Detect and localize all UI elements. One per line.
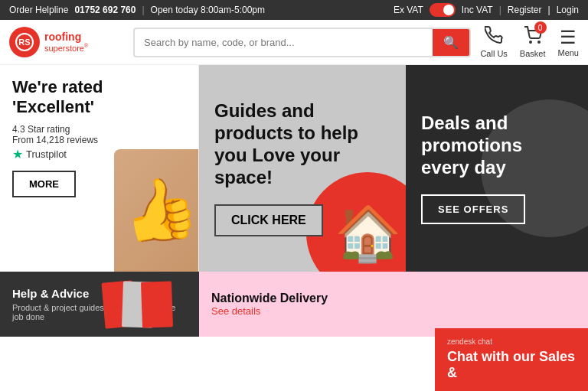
svg-point-3 — [538, 41, 540, 43]
trustpilot-star-icon: ★ — [12, 147, 23, 161]
basket-icon: 0 — [524, 26, 542, 49]
guides-heading: Guides and products to help you Love you… — [214, 100, 390, 188]
menu-icon: ☰ — [560, 27, 577, 48]
menu-action[interactable]: ☰ Menu — [557, 27, 579, 57]
excellent-heading: We're rated 'Excellent' — [12, 77, 186, 118]
ex-vat-label: Ex VAT — [394, 5, 423, 15]
basket-action[interactable]: 0 Basket — [520, 26, 546, 58]
logo-icon: RS — [9, 27, 40, 57]
click-here-button[interactable]: CLICK HERE — [214, 204, 323, 236]
chat-text: Chat with our Sales & — [447, 349, 576, 382]
logo-bottom: superstore® — [44, 43, 88, 53]
call-us-action[interactable]: Call Us — [480, 26, 507, 58]
thumbs-image: 👍 — [114, 149, 199, 272]
chat-label: zendesk chat — [447, 337, 576, 346]
logo-top: roofing — [44, 31, 88, 43]
hero-section: We're rated 'Excellent' 4.3 Star rating … — [0, 65, 588, 272]
chat-widget[interactable]: zendesk chat Chat with our Sales & — [435, 328, 588, 391]
panel-guides: Guides and products to help you Love you… — [199, 65, 406, 272]
login-link[interactable]: Login — [557, 5, 579, 15]
hours: Open today 8:00am-5:00pm — [151, 5, 265, 15]
panel-deals: Deals and promotions every day SEE OFFER… — [406, 65, 588, 272]
header-actions: Call Us 0 Basket ☰ Menu — [480, 26, 579, 58]
divider1: | — [142, 5, 144, 15]
logo-text: roofing superstore® — [44, 31, 88, 53]
search-button[interactable]: 🔍 — [433, 29, 469, 56]
basket-count: 0 — [534, 21, 547, 34]
nationwide-title: Nationwide Delivery — [211, 292, 576, 305]
house-icon: 🏠 — [335, 202, 401, 265]
header: RS roofing superstore® 🔍 Call Us — [0, 20, 588, 65]
logo[interactable]: RS roofing superstore® — [9, 27, 124, 57]
search-bar[interactable]: 🔍 — [133, 28, 471, 57]
top-bar: Order Helpline 01752 692 760 | Open toda… — [0, 0, 588, 20]
svg-point-2 — [530, 41, 531, 43]
search-input[interactable] — [135, 31, 433, 54]
thumbs-up-icon: 👍 — [116, 168, 199, 253]
inc-vat-label: Inc VAT — [462, 5, 493, 15]
divider2: | — [499, 5, 501, 15]
top-bar-right: Ex VAT Inc VAT | Register | Login — [394, 3, 579, 17]
deals-heading: Deals and promotions every day — [421, 112, 573, 178]
nationwide-panel: Nationwide Delivery See details — [199, 272, 588, 337]
toggle-switch[interactable] — [430, 3, 456, 17]
book3 — [141, 281, 173, 327]
see-offers-button[interactable]: SEE OFFERS — [421, 194, 525, 224]
reviews-text: From 14,218 reviews — [12, 135, 98, 145]
search-icon: 🔍 — [443, 36, 459, 49]
panel-excellent: We're rated 'Excellent' 4.3 Star rating … — [0, 65, 199, 272]
star-rating: 4.3 Star rating From 14,218 reviews — [12, 124, 186, 145]
svg-text:RS: RS — [18, 37, 30, 47]
call-us-label: Call Us — [480, 49, 507, 58]
rating-text: 4.3 Star rating — [12, 124, 70, 135]
nationwide-link[interactable]: See details — [211, 305, 576, 317]
books-image — [115, 272, 199, 337]
register-link[interactable]: Register — [508, 5, 542, 15]
more-button[interactable]: MORE — [12, 171, 76, 197]
top-bar-left: Order Helpline 01752 692 760 | Open toda… — [9, 5, 265, 15]
login-divider: | — [548, 5, 550, 15]
vat-toggle[interactable] — [430, 3, 456, 17]
help-advice-panel: Help & Advice Product & project guides t… — [0, 272, 199, 337]
trustpilot-label: Trustpilot — [26, 148, 67, 160]
phone-icon — [485, 26, 503, 49]
menu-label: Menu — [557, 48, 579, 57]
helpline-label: Order Helpline — [9, 5, 68, 15]
bottom-section: Help & Advice Product & project guides t… — [0, 272, 588, 337]
helpline-number[interactable]: 01752 692 760 — [74, 5, 136, 15]
toggle-knob — [443, 5, 454, 15]
basket-label: Basket — [520, 49, 546, 58]
